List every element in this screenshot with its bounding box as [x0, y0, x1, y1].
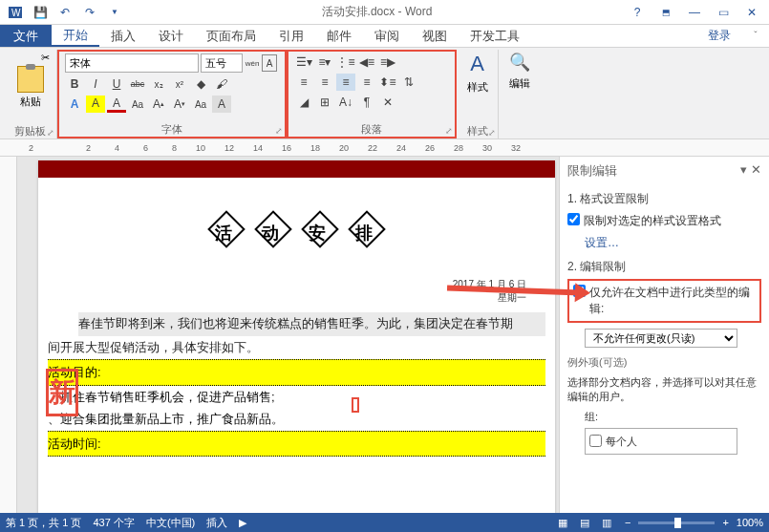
- zoom-out-button[interactable]: −: [625, 517, 630, 528]
- qat-customize-icon[interactable]: ▼: [103, 2, 126, 23]
- italic-button[interactable]: I: [86, 75, 105, 93]
- grow-font-button[interactable]: A▴: [149, 96, 168, 113]
- superscript-button[interactable]: x²: [170, 75, 189, 93]
- bold-button[interactable]: B: [65, 75, 84, 93]
- clear-format-button[interactable]: ◆: [191, 75, 210, 93]
- tab-file[interactable]: 文件: [0, 25, 52, 47]
- increase-indent-button[interactable]: ≡▶: [378, 53, 397, 71]
- enclose-button[interactable]: Aa: [128, 96, 147, 113]
- read-mode-button[interactable]: ▦: [552, 515, 573, 530]
- status-words[interactable]: 437 个字: [93, 516, 134, 530]
- char-shading-button[interactable]: A: [212, 96, 231, 113]
- group-listbox[interactable]: 每个人: [585, 428, 737, 455]
- styles-icon[interactable]: A: [470, 52, 484, 76]
- font-launcher[interactable]: ⤢: [275, 126, 283, 136]
- font-size-input[interactable]: [201, 53, 243, 73]
- clipboard-launcher[interactable]: ⤢: [47, 128, 54, 138]
- shrink-font-button[interactable]: A▾: [170, 96, 189, 113]
- group-font: wén A B I U abc x₂ x² ◆ 🖌 A A A Aa A▴ A▾…: [57, 50, 287, 138]
- close-button[interactable]: ✕: [738, 2, 765, 23]
- align-left-button[interactable]: ≡: [294, 74, 313, 91]
- list-item-1: 、抓住春节销售旺季机会，促进产品销售;: [48, 386, 545, 408]
- paste-button[interactable]: ✂ 粘贴: [11, 52, 50, 109]
- ribbon-collapse-button[interactable]: ⬒: [652, 2, 679, 23]
- tab-references[interactable]: 引用: [267, 25, 315, 47]
- cut-icon[interactable]: ✂: [41, 52, 50, 64]
- char-border-button[interactable]: A: [262, 54, 277, 72]
- zoom-in-button[interactable]: +: [722, 517, 728, 528]
- subscript-button[interactable]: x₂: [149, 75, 168, 93]
- save-icon[interactable]: 💾: [29, 2, 52, 23]
- status-language[interactable]: 中文(中国): [146, 516, 195, 530]
- zoom-level[interactable]: 100%: [737, 517, 763, 528]
- ribbon-hide-icon[interactable]: ˇ: [742, 25, 769, 46]
- edit-restrict-check[interactable]: 仅允许在文档中进行此类型的编辑:: [567, 279, 761, 323]
- edit-restrict-title: 2. 编辑限制: [567, 259, 761, 275]
- undo-icon[interactable]: ↶: [53, 2, 76, 23]
- tab-view[interactable]: 视图: [411, 25, 459, 47]
- asian-layout-button[interactable]: ✕: [378, 94, 397, 111]
- tab-layout[interactable]: 页面布局: [195, 25, 267, 47]
- pane-menu-icon[interactable]: ▾: [740, 162, 747, 177]
- tab-design[interactable]: 设计: [147, 25, 195, 47]
- show-marks-button[interactable]: ¶: [357, 94, 376, 111]
- paste-label: 粘贴: [11, 95, 50, 109]
- format-settings-link[interactable]: 设置…: [585, 235, 761, 251]
- borders-button[interactable]: ⊞: [315, 94, 334, 111]
- decrease-indent-button[interactable]: ◀≡: [357, 53, 376, 71]
- bullets-button[interactable]: ☰▾: [294, 53, 313, 71]
- tab-insert[interactable]: 插入: [99, 25, 147, 47]
- minimize-button[interactable]: —: [681, 2, 708, 23]
- redo-icon[interactable]: ↷: [78, 2, 101, 23]
- horizontal-ruler[interactable]: 2 2 4 6 8 10 12 14 16 18 20 22 24 26 28 …: [0, 139, 769, 157]
- document-page[interactable]: 活 动 安 排 2017 年 1 月 6 日星期一 新 春佳节即将到来，我们也将…: [38, 160, 555, 513]
- print-layout-button[interactable]: ▤: [574, 515, 595, 530]
- zoom-slider[interactable]: [638, 521, 715, 524]
- line-spacing-button[interactable]: ⇅: [399, 74, 418, 91]
- underline-button[interactable]: U: [107, 75, 126, 93]
- find-icon[interactable]: 🔍: [509, 52, 530, 73]
- align-right-button[interactable]: ≡: [336, 74, 355, 91]
- tab-home[interactable]: 开始: [52, 25, 99, 47]
- shading-button[interactable]: ◢: [294, 94, 313, 111]
- pane-close-button[interactable]: ✕: [751, 162, 761, 177]
- web-layout-button[interactable]: ▥: [596, 515, 617, 530]
- status-macro-icon[interactable]: ▶: [239, 517, 246, 529]
- help-button[interactable]: ?: [624, 2, 651, 23]
- justify-button[interactable]: ≡: [357, 74, 376, 91]
- edit-type-select[interactable]: 不允许任何更改(只读): [585, 329, 737, 348]
- status-insert-mode[interactable]: 插入: [206, 516, 227, 530]
- numbering-button[interactable]: ≡▾: [315, 53, 334, 71]
- tab-mailings[interactable]: 邮件: [315, 25, 363, 47]
- sort-button[interactable]: A↓: [336, 94, 355, 111]
- everyone-checkbox[interactable]: [589, 435, 602, 447]
- highlight-button[interactable]: A: [86, 96, 105, 113]
- font-name-input[interactable]: [65, 53, 199, 73]
- group-editing: 🔍 编辑: [499, 50, 541, 138]
- login-link[interactable]: 登录: [696, 25, 742, 47]
- para-launcher[interactable]: ⤢: [445, 126, 453, 136]
- styles-label: 样式: [467, 80, 488, 95]
- maximize-button[interactable]: ▭: [710, 2, 737, 23]
- strike-button[interactable]: abc: [128, 75, 147, 93]
- font-color-button[interactable]: A: [107, 96, 126, 113]
- text-effects-button[interactable]: A: [65, 96, 84, 113]
- tab-review[interactable]: 审阅: [363, 25, 411, 47]
- distribute-button[interactable]: ⬍≡: [378, 74, 397, 91]
- group-label: 组:: [585, 410, 761, 424]
- status-page[interactable]: 第 1 页，共 1 页: [6, 516, 81, 530]
- style-launcher[interactable]: ⤢: [488, 128, 496, 138]
- format-restrict-check[interactable]: 限制对选定的样式设置格式: [567, 211, 761, 231]
- format-painter-button[interactable]: 🖌: [212, 75, 231, 93]
- multilevel-button[interactable]: ⋮≡: [336, 53, 355, 71]
- vertical-ruler[interactable]: [0, 157, 17, 513]
- tab-developer[interactable]: 开发工具: [459, 25, 531, 47]
- pinyin-button[interactable]: wén: [245, 54, 260, 72]
- change-case-button[interactable]: Aa: [191, 96, 210, 113]
- paragraph-2: 间开展大型促销活动，具体安排如下。: [48, 336, 545, 360]
- format-restrict-checkbox[interactable]: [567, 213, 580, 225]
- pane-title: 限制编辑: [567, 162, 617, 180]
- align-center-button[interactable]: ≡: [315, 74, 334, 91]
- restrict-editing-pane: 限制编辑 ▾ ✕ 1. 格式设置限制 限制对选定的样式设置格式 设置… 2. 编…: [559, 157, 769, 513]
- exceptions-title: 例外项(可选): [567, 355, 761, 370]
